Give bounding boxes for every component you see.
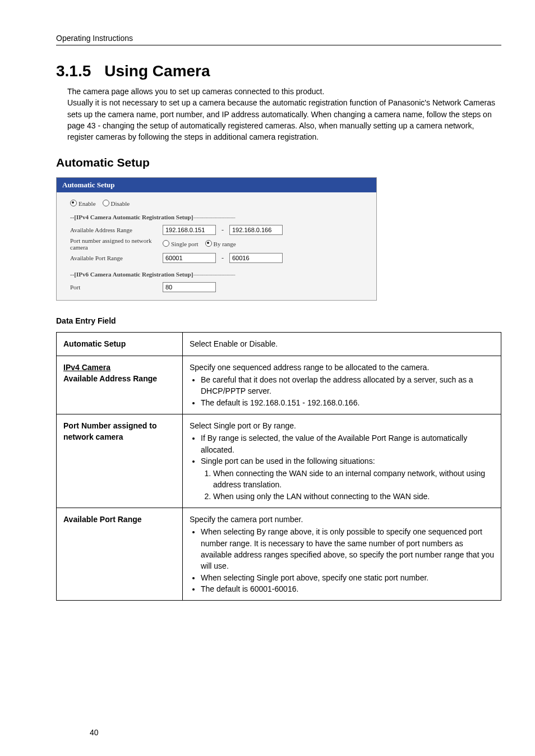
list-item: Single port can be used in the following… [201,455,494,502]
list-item: The default is 192.168.0.151 - 192.168.0… [201,397,494,408]
port-desc-lead: Select Single port or By range. [190,421,296,430]
address-to-input[interactable] [229,225,283,235]
list-item: When connecting the WAN side to an inter… [213,468,494,491]
table-row: Automatic Setup Select Enable or Disable… [57,333,501,356]
ipv4-camera-text: IPv4 Camera [63,363,110,372]
range-dash: - [222,226,224,234]
cell-port-assigned-desc: Select Single port or By range. If By ra… [183,414,501,508]
data-entry-field-heading: Data Entry Field [56,316,501,325]
port-assigned-label: Port number assigned to network camera [70,237,163,251]
header-divider [56,45,501,45]
address-from-input[interactable] [163,225,216,235]
automatic-setup-screenshot: Automatic Setup Enable Disable --[IPv4 C… [56,177,377,301]
section-number: 3.1.5 [56,62,91,80]
intro-paragraph: The camera page allows you to set up cam… [67,86,501,142]
cell-automatic-setup-label: Automatic Setup [57,333,183,356]
single-port-radio-label: Single port [171,241,199,247]
cell-port-range-desc: Specify the camera port number. When sel… [183,508,501,601]
range-dash: - [222,254,224,262]
single-port-radio[interactable] [163,240,169,247]
disable-radio-label: Disable [111,200,130,207]
port-from-input[interactable] [163,253,216,263]
section-title-text: Using Camera [104,62,210,80]
screenshot-titlebar: Automatic Setup [57,178,376,192]
enable-radio[interactable] [70,200,77,206]
table-row: Available Port Range Specify the camera … [57,508,501,601]
available-address-range-text: Available Address Range [63,374,157,383]
section-heading: 3.1.5Using Camera [56,62,501,80]
table-row: IPv4 Camera Available Address Range Spec… [57,356,501,414]
ipv4-desc-lead: Specify one sequenced address range to b… [190,363,429,372]
port-range-desc-lead: Specify the camera port number. [190,515,303,524]
ipv6-port-label: Port [70,284,163,291]
list-item: The default is 60001-60016. [201,583,494,594]
table-row: Port Number assigned to network camera S… [57,414,501,508]
disable-radio[interactable] [103,200,109,206]
list-item: Be careful that it does not overlap the … [201,374,494,397]
data-entry-table: Automatic Setup Select Enable or Disable… [56,332,501,601]
single-port-situations-text: Single port can be used in the following… [201,457,375,465]
enable-radio-label: Enable [79,200,96,207]
page-header: Operating Instructions [56,34,501,43]
list-item: When using only the LAN without connecti… [213,491,494,502]
ipv4-legend: --[IPv4 Camera Automatic Registration Se… [70,214,363,220]
cell-port-range-label: Available Port Range [57,508,183,601]
cell-port-assigned-label: Port Number assigned to network camera [57,414,183,508]
port-to-input[interactable] [229,253,283,263]
cell-automatic-setup-desc: Select Enable or Disable. [183,333,501,356]
list-item: If By range is selected, the value of th… [201,432,494,455]
cell-ipv4-address-label: IPv4 Camera Available Address Range [57,356,183,414]
automatic-setup-heading: Automatic Setup [56,156,501,169]
available-address-range-label: Available Address Range [70,227,163,233]
by-range-radio-label: By range [214,241,236,247]
available-port-range-label: Available Port Range [70,255,163,261]
list-item: When selecting Single port above, specif… [201,572,494,583]
cell-ipv4-address-desc: Specify one sequenced address range to b… [183,356,501,414]
ipv6-legend: --[IPv6 Camera Automatic Registration Se… [70,271,363,278]
list-item: When selecting By range above, it is onl… [201,526,494,571]
page-number: 40 [90,728,99,737]
ipv6-port-input[interactable] [163,282,216,292]
by-range-radio[interactable] [205,240,212,247]
